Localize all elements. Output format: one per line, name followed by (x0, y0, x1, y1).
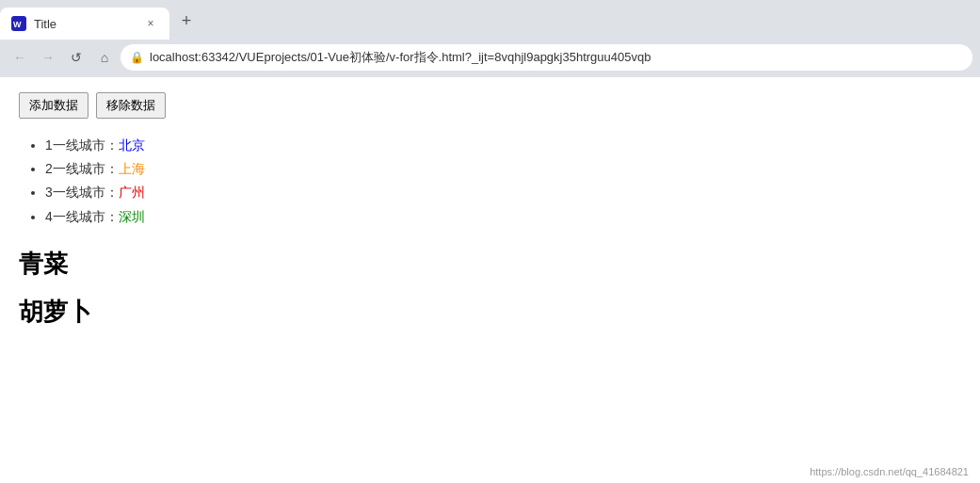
browser-chrome: W Title × + ← → ↺ ⌂ 🔒 localhost:63342/VU… (0, 0, 980, 77)
city-label: 2一线城市： (45, 161, 119, 176)
svg-text:W: W (13, 20, 22, 29)
back-button[interactable]: ← (8, 45, 32, 70)
vegetable-item: 青菜 (19, 248, 961, 281)
city-list-item: 3一线城市：广州 (45, 181, 961, 204)
forward-button[interactable]: → (36, 45, 60, 70)
address-bar-row: ← → ↺ ⌂ 🔒 localhost:63342/VUEprojects/01… (0, 40, 980, 77)
reload-button[interactable]: ↺ (64, 45, 88, 70)
tab-title: Title (34, 17, 136, 31)
new-tab-button[interactable]: + (173, 8, 200, 34)
tab-favicon: W (11, 16, 26, 31)
browser-tab[interactable]: W Title × (0, 8, 169, 40)
city-list-item: 1一线城市：北京 (45, 134, 961, 157)
city-list-item: 4一线城市：深圳 (45, 205, 961, 229)
address-bar[interactable]: 🔒 localhost:63342/VUEprojects/01-Vue初体验/… (120, 44, 972, 71)
button-row: 添加数据 移除数据 (19, 92, 961, 119)
address-url: localhost:63342/VUEprojects/01-Vue初体验/v-… (150, 49, 963, 66)
city-name: 北京 (119, 137, 145, 153)
city-list-item: 2一线城市：上海 (45, 157, 961, 181)
vegetables-container: 青菜胡萝卜 (19, 248, 961, 329)
tab-close-button[interactable]: × (143, 16, 158, 31)
home-button[interactable]: ⌂ (92, 45, 117, 70)
tab-bar: W Title × + (0, 0, 980, 40)
city-name: 上海 (119, 161, 145, 176)
city-label: 1一线城市： (45, 137, 119, 153)
status-bar: https://blog.csdn.net/qq_41684821 (810, 466, 969, 477)
city-name: 深圳 (119, 209, 145, 224)
page-content: 添加数据 移除数据 1一线城市：北京2一线城市：上海3一线城市：广州4一线城市：… (0, 77, 980, 483)
city-list: 1一线城市：北京2一线城市：上海3一线城市：广州4一线城市：深圳 (19, 134, 961, 229)
remove-data-button[interactable]: 移除数据 (96, 92, 166, 119)
city-label: 4一线城市： (45, 209, 119, 224)
vegetable-item: 胡萝卜 (19, 296, 961, 329)
lock-icon: 🔒 (130, 51, 144, 64)
city-name: 广州 (119, 185, 145, 200)
city-label: 3一线城市： (45, 185, 119, 200)
add-data-button[interactable]: 添加数据 (19, 92, 88, 119)
